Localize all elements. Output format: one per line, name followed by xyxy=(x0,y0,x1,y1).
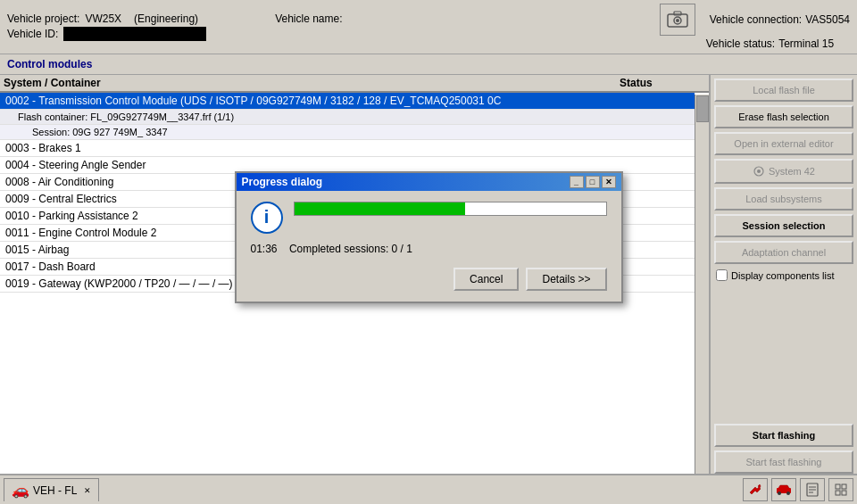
start-flashing-button[interactable]: Start flashing xyxy=(714,424,853,447)
table-scrollbar[interactable] xyxy=(695,95,709,477)
cancel-button[interactable]: Cancel xyxy=(453,268,519,291)
system42-icon xyxy=(753,165,765,178)
dialog-close-button[interactable]: ✕ xyxy=(602,176,616,188)
table-row[interactable]: Session: 09G 927 749M_ 3347 xyxy=(0,125,695,140)
progress-bar-container xyxy=(294,202,607,216)
table-header: System / Container Status xyxy=(0,75,709,93)
vehicle-connection-label: Vehicle connection: xyxy=(710,13,802,26)
display-components-row: Display components list xyxy=(714,268,853,283)
progress-dialog: Progress dialog _ □ ✕ i 01:36 Completed … xyxy=(235,171,623,303)
svg-point-5 xyxy=(757,169,761,173)
erase-flash-selection-label: Erase flash selection xyxy=(738,112,829,122)
load-subsystems-label: Load subsystems xyxy=(745,194,822,204)
camera-icon xyxy=(667,11,688,29)
display-components-checkbox[interactable] xyxy=(716,269,728,281)
dialog-titlebar-buttons: _ □ ✕ xyxy=(570,176,616,188)
col-status-header: Status xyxy=(620,77,691,89)
vehicle-connection-row: Vehicle connection: VAS5054 xyxy=(660,4,850,36)
vehicle-id-label: Vehicle ID: xyxy=(7,28,58,40)
open-external-editor-button[interactable]: Open in external editor xyxy=(714,132,853,155)
vehicle-status-row: Vehicle status: Terminal 15 xyxy=(706,37,834,50)
vehicle-project-label: Vehicle project: xyxy=(7,12,79,25)
start-flashing-label: Start flashing xyxy=(753,430,815,441)
car-button[interactable] xyxy=(771,478,796,501)
document-button[interactable] xyxy=(800,478,825,501)
system-42-button[interactable]: System 42 xyxy=(714,159,853,184)
scroll-thumb[interactable] xyxy=(696,95,709,122)
document-icon xyxy=(806,483,819,497)
details-button[interactable]: Details >> xyxy=(526,268,606,291)
vehicle-name-label: Vehicle name: xyxy=(275,12,342,25)
tab-close-icon[interactable]: ✕ xyxy=(84,486,91,495)
veh-fl-tab[interactable]: 🚗 VEH - FL ✕ xyxy=(4,478,99,501)
svg-rect-14 xyxy=(842,484,846,489)
start-fast-flashing-button[interactable]: Start fast flashing xyxy=(714,450,853,474)
progress-time: 01:36 xyxy=(251,243,278,255)
info-icon: i xyxy=(251,202,283,234)
progress-bar-fill xyxy=(295,202,466,215)
car-icon xyxy=(776,484,792,495)
wrench-button[interactable] xyxy=(743,478,768,501)
svg-rect-16 xyxy=(842,491,846,495)
vehicle-project-row: Vehicle project: VW25X (Engineering) Veh… xyxy=(7,12,343,25)
dialog-info-row: i xyxy=(251,202,607,234)
vehicle-id-row: Vehicle ID: xyxy=(7,27,343,41)
display-components-label: Display components list xyxy=(731,270,835,281)
vehicle-id-value xyxy=(63,27,206,41)
vehicle-project-value: VW25X xyxy=(85,12,121,25)
dialog-title: Progress dialog xyxy=(242,176,323,188)
right-panel: Local flash file Erase flash selection O… xyxy=(710,75,857,477)
control-modules-label: Control modules xyxy=(7,58,92,70)
camera-button[interactable] xyxy=(660,4,695,36)
dialog-maximize-button[interactable]: □ xyxy=(586,176,600,188)
session-selection-button[interactable]: Session selection xyxy=(714,214,853,237)
adaptation-channel-label: Adaptation channel xyxy=(742,247,826,258)
dialog-minimize-button[interactable]: _ xyxy=(570,176,584,188)
vehicle-status-label: Vehicle status: xyxy=(706,37,775,50)
vehicle-info-left: Vehicle project: VW25X (Engineering) Veh… xyxy=(7,12,343,41)
col-system-header: System / Container xyxy=(4,77,620,89)
vehicle-connection-value: VAS5054 xyxy=(805,13,850,26)
grid-icon xyxy=(835,483,847,496)
bottom-right-icons xyxy=(743,478,853,501)
control-modules-header: Control modules xyxy=(0,54,857,75)
table-row[interactable]: Flash container: FL_09G927749M__3347.frf… xyxy=(0,110,695,125)
svg-point-8 xyxy=(786,492,790,495)
table-row[interactable]: 0002 - Transmission Control Module (UDS … xyxy=(0,93,695,110)
tab-car-icon: 🚗 xyxy=(12,482,29,499)
dialog-body: i 01:36 Completed sessions: 0 / 1 Cancel… xyxy=(237,191,621,302)
progress-text: 01:36 Completed sessions: 0 / 1 xyxy=(251,243,607,255)
grid-button[interactable] xyxy=(828,478,853,501)
dialog-titlebar: Progress dialog _ □ ✕ xyxy=(237,173,621,191)
adaptation-channel-button[interactable]: Adaptation channel xyxy=(714,241,853,264)
progress-completed: Completed sessions: 0 / 1 xyxy=(289,243,412,255)
svg-rect-15 xyxy=(836,491,840,495)
wrench-icon xyxy=(748,483,762,497)
open-external-editor-label: Open in external editor xyxy=(734,138,833,149)
engineering-label: (Engineering) xyxy=(134,12,198,25)
tab-label: VEH - FL xyxy=(33,484,77,497)
bottom-bar: 🚗 VEH - FL ✕ xyxy=(0,474,857,504)
svg-point-7 xyxy=(778,492,781,495)
table-row[interactable]: 0003 - Brakes 1 xyxy=(0,140,695,157)
svg-rect-13 xyxy=(836,484,840,489)
vehicle-status-value: Terminal 15 xyxy=(778,37,834,50)
load-subsystems-button[interactable]: Load subsystems xyxy=(714,187,853,211)
erase-flash-selection-button[interactable]: Erase flash selection xyxy=(714,105,853,128)
dialog-buttons: Cancel Details >> xyxy=(251,264,607,291)
top-bar: Vehicle project: VW25X (Engineering) Veh… xyxy=(0,0,857,54)
session-selection-label: Session selection xyxy=(743,220,826,231)
system-42-label: System 42 xyxy=(769,166,815,177)
svg-point-3 xyxy=(676,19,679,22)
local-flash-file-button[interactable]: Local flash file xyxy=(714,78,853,102)
vehicle-info-right: Vehicle connection: VAS5054 Vehicle stat… xyxy=(660,4,850,50)
start-fast-flashing-label: Start fast flashing xyxy=(746,457,822,467)
progress-section xyxy=(294,202,607,216)
